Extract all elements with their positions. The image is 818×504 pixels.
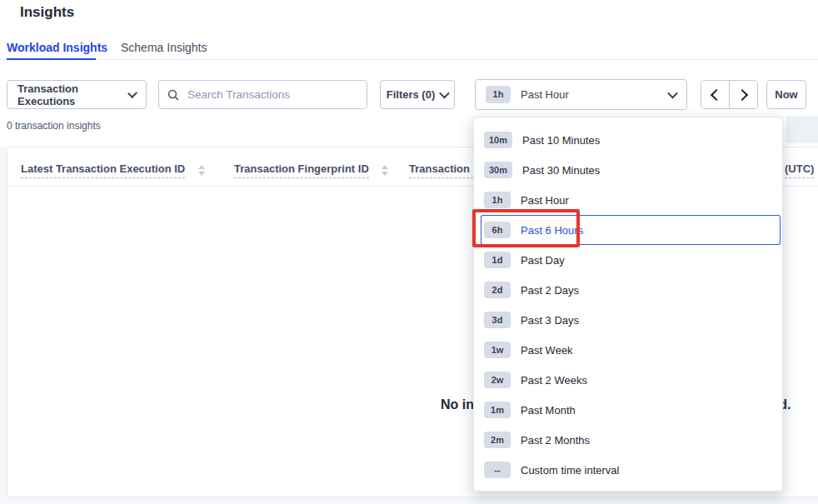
execution-type-select[interactable]: Transaction Executions (7, 80, 147, 109)
search-icon (167, 89, 179, 101)
page-background-strip (0, 497, 818, 504)
time-option-badge: 10m (484, 132, 512, 149)
filters-button[interactable]: Filters (0) (380, 80, 455, 109)
time-option-label: Past 10 Minutes (522, 134, 600, 147)
time-option-label: Past Day (521, 254, 565, 267)
time-interval-badge: 1h (486, 86, 511, 102)
time-interval-picker[interactable]: 1h Past Hour (475, 79, 687, 110)
time-option-badge: 3d (484, 312, 511, 329)
clipped-element-fragment (786, 116, 818, 143)
next-interval-button[interactable] (729, 81, 757, 108)
column-header-utc[interactable]: (UTC) (785, 162, 814, 178)
time-option-badge: 2w (484, 372, 511, 389)
time-option-badge: -- (484, 462, 511, 479)
time-option[interactable]: 1d Past Day (474, 245, 782, 275)
time-option-label: Past 2 Days (521, 284, 579, 297)
column-header-transaction-fingerprint-id[interactable]: Transaction Fingerprint ID (234, 162, 369, 178)
time-option[interactable]: 1m Past Month (474, 395, 782, 425)
tab-bar: Workload Insights Schema Insights (0, 38, 818, 60)
time-option-label: Past 2 Months (521, 434, 590, 447)
time-option[interactable]: 3d Past 3 Days (474, 305, 782, 335)
time-interval-label: Past Hour (521, 88, 569, 101)
time-option-badge: 1w (484, 342, 511, 359)
time-option[interactable]: 6h Past 6 Hours (481, 215, 781, 245)
tab-workload-insights[interactable]: Workload Insights (7, 41, 107, 54)
search-input[interactable] (186, 87, 358, 102)
time-option-label: Past Hour (521, 194, 569, 207)
time-option-badge: 6h (484, 222, 511, 239)
tab-schema-insights[interactable]: Schema Insights (121, 41, 207, 54)
time-option-label: Past 3 Days (521, 314, 579, 327)
time-option-label: Custom time interval (521, 464, 619, 477)
time-option-label: Past 30 Minutes (522, 164, 600, 177)
time-option-label: Past Week (521, 344, 573, 357)
time-option[interactable]: 1h Past Hour (474, 185, 782, 215)
time-option[interactable]: 30m Past 30 Minutes (474, 155, 782, 185)
time-option[interactable]: 10m Past 10 Minutes (474, 125, 782, 155)
chevron-left-icon (711, 88, 722, 100)
sort-icon[interactable] (198, 165, 205, 176)
time-option[interactable]: 2w Past 2 Weeks (474, 365, 782, 395)
time-option-badge: 1d (484, 252, 511, 269)
time-option-badge: 30m (484, 162, 512, 179)
page-title: Insights (20, 4, 74, 21)
chevron-down-icon (667, 88, 678, 99)
execution-type-label: Transaction Executions (17, 82, 129, 107)
time-option-badge: 1m (484, 402, 511, 419)
sort-icon[interactable] (382, 165, 388, 176)
active-tab-underline (7, 58, 96, 60)
time-interval-dropdown: 10m Past 10 Minutes 30m Past 30 Minutes … (473, 117, 783, 492)
time-option[interactable]: -- Custom time interval (474, 455, 782, 485)
insights-count: 0 transaction insights (7, 120, 101, 132)
column-header-latest-transaction-execution-id[interactable]: Latest Transaction Execution ID (21, 162, 185, 178)
previous-interval-button[interactable] (701, 81, 729, 108)
time-option[interactable]: 2d Past 2 Days (474, 275, 782, 305)
time-option-badge: 2m (484, 432, 511, 449)
search-field[interactable] (158, 80, 367, 109)
chevron-down-icon (439, 88, 450, 99)
filters-label: Filters (0) (387, 88, 436, 101)
now-button[interactable]: Now (766, 80, 806, 109)
time-nav-group (701, 80, 758, 109)
now-label: Now (775, 88, 797, 101)
time-option[interactable]: 2m Past 2 Months (474, 425, 782, 455)
page-background-strip (0, 147, 7, 504)
time-option-badge: 1h (484, 192, 511, 209)
time-option-label: Past Month (521, 404, 576, 417)
time-option[interactable]: 1w Past Week (474, 335, 782, 365)
time-option-badge: 2d (484, 282, 511, 299)
time-option-label: Past 6 Hours (521, 224, 583, 237)
chevron-right-icon (736, 88, 748, 100)
time-option-label: Past 2 Weeks (521, 374, 587, 387)
